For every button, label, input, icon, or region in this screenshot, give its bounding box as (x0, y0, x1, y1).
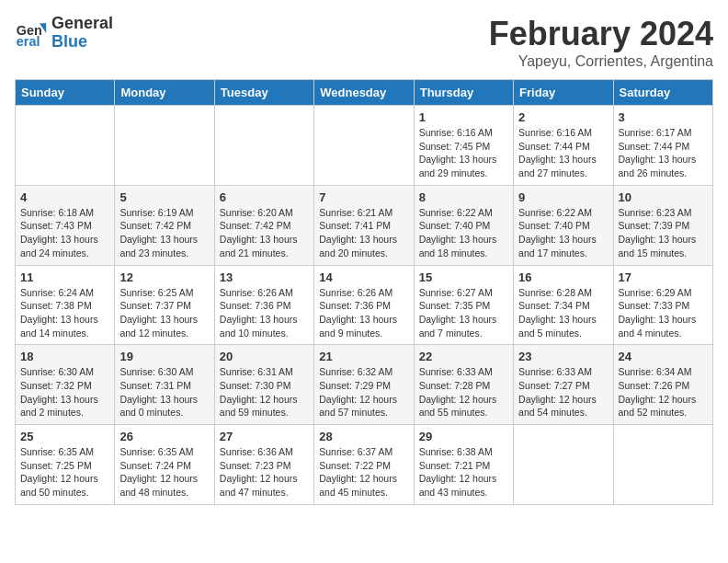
title-block: February 2024 Yapeyu, Corrientes, Argent… (489, 15, 713, 70)
day-info: Sunrise: 6:18 AM Sunset: 7:43 PM Dayligh… (20, 206, 109, 260)
day-info: Sunrise: 6:17 AM Sunset: 7:44 PM Dayligh… (619, 126, 708, 180)
header-tuesday: Tuesday (214, 80, 313, 106)
day-info: Sunrise: 6:25 AM Sunset: 7:37 PM Dayligh… (119, 286, 209, 340)
day-info: Sunrise: 6:34 AM Sunset: 7:26 PM Dayligh… (619, 365, 708, 419)
calendar-cell: 8Sunrise: 6:22 AM Sunset: 7:40 PM Daylig… (414, 185, 513, 265)
calendar-cell: 21Sunrise: 6:32 AM Sunset: 7:29 PM Dayli… (314, 345, 414, 425)
day-info: Sunrise: 6:24 AM Sunset: 7:38 PM Dayligh… (20, 286, 109, 340)
day-number: 27 (220, 430, 309, 443)
day-info: Sunrise: 6:35 AM Sunset: 7:25 PM Dayligh… (20, 445, 109, 500)
calendar-cell (16, 106, 115, 186)
day-number: 23 (518, 350, 608, 363)
day-number: 4 (20, 190, 109, 204)
day-info: Sunrise: 6:21 AM Sunset: 7:41 PM Dayligh… (319, 206, 408, 260)
day-info: Sunrise: 6:26 AM Sunset: 7:36 PM Dayligh… (220, 286, 309, 340)
calendar-cell (214, 106, 313, 186)
calendar-week-3: 11Sunrise: 6:24 AM Sunset: 7:38 PM Dayli… (16, 265, 713, 345)
day-info: Sunrise: 6:33 AM Sunset: 7:27 PM Dayligh… (518, 365, 608, 419)
calendar-week-4: 18Sunrise: 6:30 AM Sunset: 7:32 PM Dayli… (16, 345, 713, 425)
header-monday: Monday (115, 80, 214, 106)
calendar-cell: 11Sunrise: 6:24 AM Sunset: 7:38 PM Dayli… (16, 265, 115, 345)
day-number: 28 (319, 430, 408, 443)
calendar-title: February 2024 (489, 15, 713, 53)
day-info: Sunrise: 6:27 AM Sunset: 7:35 PM Dayligh… (419, 286, 508, 340)
day-number: 9 (518, 190, 608, 204)
calendar-cell: 28Sunrise: 6:37 AM Sunset: 7:22 PM Dayli… (314, 425, 414, 505)
calendar-cell (314, 106, 414, 186)
day-number: 22 (419, 350, 508, 363)
header-wednesday: Wednesday (314, 80, 414, 106)
day-info: Sunrise: 6:22 AM Sunset: 7:40 PM Dayligh… (419, 206, 508, 260)
day-info: Sunrise: 6:19 AM Sunset: 7:42 PM Dayligh… (119, 206, 209, 260)
calendar-cell: 7Sunrise: 6:21 AM Sunset: 7:41 PM Daylig… (314, 185, 414, 265)
calendar-week-1: 1Sunrise: 6:16 AM Sunset: 7:45 PM Daylig… (16, 106, 713, 186)
day-number: 20 (220, 350, 309, 363)
calendar-cell: 3Sunrise: 6:17 AM Sunset: 7:44 PM Daylig… (613, 106, 712, 186)
calendar-cell: 14Sunrise: 6:26 AM Sunset: 7:36 PM Dayli… (314, 265, 414, 345)
day-number: 5 (119, 190, 209, 204)
logo-text: General Blue (51, 15, 113, 52)
calendar-cell: 23Sunrise: 6:33 AM Sunset: 7:27 PM Dayli… (514, 345, 613, 425)
logo-line2: Blue (51, 33, 113, 52)
day-info: Sunrise: 6:32 AM Sunset: 7:29 PM Dayligh… (319, 365, 408, 419)
day-number: 18 (20, 350, 109, 363)
calendar-cell: 4Sunrise: 6:18 AM Sunset: 7:43 PM Daylig… (16, 185, 115, 265)
calendar-cell (115, 106, 214, 186)
day-number: 15 (419, 270, 508, 284)
day-info: Sunrise: 6:38 AM Sunset: 7:21 PM Dayligh… (419, 445, 508, 500)
calendar-cell: 27Sunrise: 6:36 AM Sunset: 7:23 PM Dayli… (214, 425, 313, 505)
day-info: Sunrise: 6:31 AM Sunset: 7:30 PM Dayligh… (220, 365, 309, 419)
day-info: Sunrise: 6:37 AM Sunset: 7:22 PM Dayligh… (319, 445, 408, 500)
calendar-cell: 29Sunrise: 6:38 AM Sunset: 7:21 PM Dayli… (414, 425, 513, 505)
day-number: 17 (619, 270, 708, 284)
calendar-cell: 18Sunrise: 6:30 AM Sunset: 7:32 PM Dayli… (16, 345, 115, 425)
day-number: 19 (119, 350, 209, 363)
day-number: 16 (518, 270, 608, 284)
logo-line1: General (51, 15, 113, 33)
calendar-cell: 25Sunrise: 6:35 AM Sunset: 7:25 PM Dayli… (16, 425, 115, 505)
calendar-cell: 6Sunrise: 6:20 AM Sunset: 7:42 PM Daylig… (214, 185, 313, 265)
calendar-cell: 1Sunrise: 6:16 AM Sunset: 7:45 PM Daylig… (414, 106, 513, 186)
day-info: Sunrise: 6:28 AM Sunset: 7:34 PM Dayligh… (518, 286, 608, 340)
calendar-cell: 13Sunrise: 6:26 AM Sunset: 7:36 PM Dayli… (214, 265, 313, 345)
calendar-week-2: 4Sunrise: 6:18 AM Sunset: 7:43 PM Daylig… (16, 185, 713, 265)
day-number: 2 (518, 110, 608, 124)
calendar-cell: 9Sunrise: 6:22 AM Sunset: 7:40 PM Daylig… (514, 185, 613, 265)
calendar-header: Sunday Monday Tuesday Wednesday Thursday… (16, 80, 713, 106)
calendar-cell: 19Sunrise: 6:30 AM Sunset: 7:31 PM Dayli… (115, 345, 214, 425)
logo-icon: Gen eral (15, 17, 48, 50)
calendar-cell: 24Sunrise: 6:34 AM Sunset: 7:26 PM Dayli… (613, 345, 712, 425)
day-number: 21 (319, 350, 408, 363)
calendar-table: Sunday Monday Tuesday Wednesday Thursday… (15, 79, 713, 505)
day-info: Sunrise: 6:20 AM Sunset: 7:42 PM Dayligh… (220, 206, 309, 260)
day-info: Sunrise: 6:16 AM Sunset: 7:44 PM Dayligh… (518, 126, 608, 180)
day-number: 25 (20, 430, 109, 443)
svg-text:eral: eral (17, 34, 40, 49)
day-number: 3 (619, 110, 708, 124)
header-thursday: Thursday (414, 80, 513, 106)
calendar-cell: 26Sunrise: 6:35 AM Sunset: 7:24 PM Dayli… (115, 425, 214, 505)
header-sunday: Sunday (16, 80, 115, 106)
calendar-cell: 16Sunrise: 6:28 AM Sunset: 7:34 PM Dayli… (514, 265, 613, 345)
logo: Gen eral General Blue (15, 15, 113, 52)
day-number: 26 (119, 430, 209, 443)
day-info: Sunrise: 6:35 AM Sunset: 7:24 PM Dayligh… (119, 445, 209, 500)
day-info: Sunrise: 6:29 AM Sunset: 7:33 PM Dayligh… (619, 286, 708, 340)
calendar-week-5: 25Sunrise: 6:35 AM Sunset: 7:25 PM Dayli… (16, 425, 713, 505)
day-info: Sunrise: 6:22 AM Sunset: 7:40 PM Dayligh… (518, 206, 608, 260)
header-saturday: Saturday (613, 80, 712, 106)
day-info: Sunrise: 6:26 AM Sunset: 7:36 PM Dayligh… (319, 286, 408, 340)
day-info: Sunrise: 6:33 AM Sunset: 7:28 PM Dayligh… (419, 365, 508, 419)
day-number: 14 (319, 270, 408, 284)
calendar-cell: 10Sunrise: 6:23 AM Sunset: 7:39 PM Dayli… (613, 185, 712, 265)
calendar-subtitle: Yapeyu, Corrientes, Argentina (489, 53, 713, 70)
calendar-body: 1Sunrise: 6:16 AM Sunset: 7:45 PM Daylig… (16, 106, 713, 505)
calendar-cell: 15Sunrise: 6:27 AM Sunset: 7:35 PM Dayli… (414, 265, 513, 345)
header-row: Sunday Monday Tuesday Wednesday Thursday… (16, 80, 713, 106)
calendar-cell: 2Sunrise: 6:16 AM Sunset: 7:44 PM Daylig… (514, 106, 613, 186)
calendar-cell (514, 425, 613, 505)
header-friday: Friday (514, 80, 613, 106)
calendar-cell: 22Sunrise: 6:33 AM Sunset: 7:28 PM Dayli… (414, 345, 513, 425)
day-number: 13 (220, 270, 309, 284)
day-number: 8 (419, 190, 508, 204)
